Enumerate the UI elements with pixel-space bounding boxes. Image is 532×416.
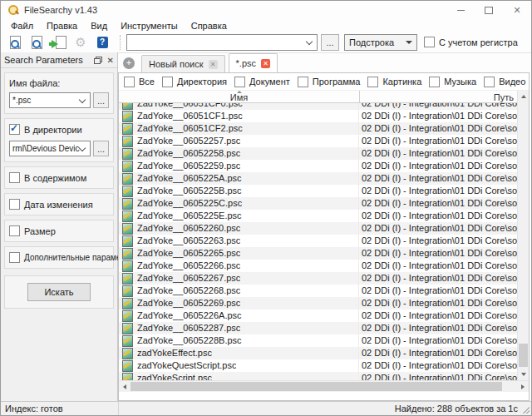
filter-checkbox-row[interactable]: Документ — [234, 77, 290, 87]
chevron-down-icon[interactable] — [306, 37, 313, 44]
table-row[interactable]: ZadYoke__06051CF1.psc02 DDi (I) - Integr… — [119, 110, 517, 122]
filter-checkbox-row[interactable]: Программа — [298, 77, 361, 87]
tab-psc[interactable]: *.psc ✕ — [229, 53, 278, 72]
filter-checkbox-row[interactable]: Видео — [484, 77, 525, 87]
table-row[interactable]: ZadYoke__06052259.psc02 DDi (I) - Integr… — [119, 160, 517, 172]
extra-params-checkbox-row[interactable]: Дополнительные параметры — [9, 252, 109, 263]
scroll-left-button[interactable] — [119, 381, 131, 392]
search-in-results-button[interactable] — [27, 33, 48, 52]
new-search-button[interactable] — [5, 33, 27, 52]
filter-checkbox-row[interactable]: Все — [124, 77, 155, 87]
table-row[interactable]: ZadYoke__06052257.psc02 DDi (I) - Integr… — [119, 135, 517, 147]
resize-grip[interactable] — [523, 407, 530, 414]
size-group: Размер — [4, 220, 114, 242]
export-results-button[interactable] — [48, 33, 70, 52]
table-row[interactable]: zadYokeEffect.psc02 DDi (I) - Integratio… — [119, 347, 517, 359]
menu-item[interactable]: Инструменты — [114, 21, 185, 31]
table-row[interactable]: zadYokeScript.psc02 DDi (I) - Integratio… — [119, 372, 517, 380]
filter-checkbox[interactable] — [162, 77, 173, 87]
table-row[interactable]: ZadYoke__06052269.psc02 DDi (I) - Integr… — [119, 297, 517, 310]
help-button[interactable]: ? — [91, 33, 113, 52]
table-row[interactable]: ZadYoke__0605225A.psc02 DDi (I) - Integr… — [119, 172, 517, 185]
extra-params-checkbox[interactable] — [9, 252, 20, 263]
content-search-input[interactable] — [127, 37, 307, 48]
tab-new-search[interactable]: Новый поиск ✕ — [141, 55, 225, 72]
menu-item[interactable]: Вид — [84, 21, 114, 31]
chevron-down-icon[interactable] — [79, 96, 86, 102]
file-name: ZadYoke__0605225C.psc — [137, 197, 242, 210]
case-sensitive-checkbox-row[interactable]: С учетом регистра — [424, 37, 518, 47]
scroll-down-button[interactable] — [518, 369, 530, 380]
scroll-up-button[interactable] — [518, 91, 530, 102]
maximize-button[interactable] — [475, 1, 503, 19]
date-checkbox[interactable] — [9, 199, 20, 210]
search-button[interactable]: Искать — [27, 283, 91, 301]
directory-browse-button[interactable]: ... — [93, 141, 109, 156]
close-button[interactable]: ✕ — [503, 1, 531, 19]
directory-combobox[interactable]: rml\Devious Devices SE 4.3 — [9, 141, 91, 156]
sort-asc-icon — [237, 91, 242, 93]
horizontal-scrollbar[interactable] — [119, 380, 529, 392]
file-name: ZadYoke__06052269.psc — [137, 297, 240, 310]
vertical-scrollbar[interactable] — [517, 91, 529, 380]
table-row[interactable]: ZadYoke__06051CF0.psc02 DDi (I) - Integr… — [119, 103, 517, 110]
scroll-right-button[interactable] — [517, 381, 529, 392]
table-row[interactable]: ZadYoke__0605225B.psc02 DDi (I) - Integr… — [119, 185, 517, 197]
panel-close-icon[interactable]: ✕ — [107, 56, 114, 65]
settings-button[interactable]: ⚙ — [70, 33, 91, 52]
filename-combobox[interactable]: *.psc — [9, 92, 91, 108]
table-row[interactable]: zadYokeQuestScript.psc02 DDi (I) - Integ… — [119, 359, 517, 372]
file-path: 02 DDi (I) - Integration\01 DDi Core\sou… — [359, 334, 517, 347]
match-mode-dropdown[interactable]: Подстрока — [344, 34, 417, 51]
directory-checkbox[interactable] — [9, 124, 20, 135]
filter-checkbox[interactable] — [124, 77, 135, 87]
table-row[interactable]: ZadYoke__0605225E.psc02 DDi (I) - Integr… — [119, 210, 517, 222]
column-header-path[interactable]: Путь — [360, 91, 517, 102]
table-row[interactable]: ZadYoke__06052266.psc02 DDi (I) - Integr… — [119, 260, 517, 272]
vertical-scroll-thumb[interactable] — [519, 344, 528, 367]
filter-checkbox[interactable] — [484, 77, 495, 87]
case-sensitive-checkbox[interactable] — [424, 37, 435, 47]
search-button-group: Искать — [4, 275, 114, 309]
table-row[interactable]: ZadYoke__06052260.psc02 DDi (I) - Integr… — [119, 222, 517, 235]
add-tab-button[interactable]: + — [123, 57, 135, 69]
menu-item[interactable]: Справка — [185, 21, 234, 31]
table-row[interactable]: ZadYoke__0605226A.psc02 DDi (I) - Integr… — [119, 310, 517, 322]
size-checkbox[interactable] — [9, 225, 20, 236]
content-search-combobox[interactable] — [126, 34, 318, 51]
table-row[interactable]: ZadYoke__06052268.psc02 DDi (I) - Integr… — [119, 285, 517, 297]
table-row[interactable]: ZadYoke__0605225C.psc02 DDi (I) - Integr… — [119, 197, 517, 210]
table-row[interactable]: ZadYoke__06052267.psc02 DDi (I) - Integr… — [119, 272, 517, 285]
menu-item[interactable]: Файл — [4, 21, 40, 31]
arrow-left-icon — [123, 384, 126, 389]
content-checkbox-row[interactable]: В содержимом — [9, 172, 109, 183]
filename-browse-button[interactable]: ... — [93, 92, 109, 108]
filter-checkbox-row[interactable]: Картинка — [367, 77, 421, 87]
chevron-down-icon[interactable] — [79, 144, 86, 151]
table-row[interactable]: ZadYoke__06052263.psc02 DDi (I) - Integr… — [119, 235, 517, 247]
filter-checkbox-row[interactable]: Музыка — [429, 77, 476, 87]
filter-checkbox[interactable] — [234, 77, 245, 87]
minimize-button[interactable] — [446, 1, 475, 19]
table-row[interactable]: ZadYoke__0605228B.psc02 DDi (I) - Integr… — [119, 334, 517, 347]
content-checkbox[interactable] — [9, 172, 20, 183]
table-row[interactable]: ZadYoke__06052258.psc02 DDi (I) - Integr… — [119, 147, 517, 160]
tab-close-icon[interactable]: ✕ — [209, 60, 218, 69]
column-header-name[interactable]: Имя — [119, 91, 360, 102]
date-checkbox-row[interactable]: Дата изменения — [9, 199, 109, 210]
table-row[interactable]: ZadYoke__06052287.psc02 DDi (I) - Integr… — [119, 322, 517, 334]
tab-close-icon[interactable]: ✕ — [261, 59, 270, 68]
float-panel-icon[interactable] — [94, 57, 102, 64]
search-browse-button[interactable]: ... — [321, 34, 339, 51]
horizontal-scroll-thumb[interactable] — [131, 382, 502, 391]
filter-checkbox-row[interactable]: Директория — [162, 77, 227, 87]
table-row[interactable]: ZadYoke__06051CF2.psc02 DDi (I) - Integr… — [119, 122, 517, 135]
table-row[interactable]: ZadYoke__06052265.psc02 DDi (I) - Integr… — [119, 247, 517, 260]
filter-checkbox[interactable] — [298, 77, 308, 87]
filter-checkbox[interactable] — [429, 77, 440, 87]
size-checkbox-row[interactable]: Размер — [9, 225, 109, 236]
directory-checkbox-row[interactable]: В директории — [9, 124, 109, 135]
menu-item[interactable]: Правка — [40, 21, 84, 31]
filter-checkbox[interactable] — [367, 77, 378, 87]
filter-label: Документ — [249, 77, 290, 87]
